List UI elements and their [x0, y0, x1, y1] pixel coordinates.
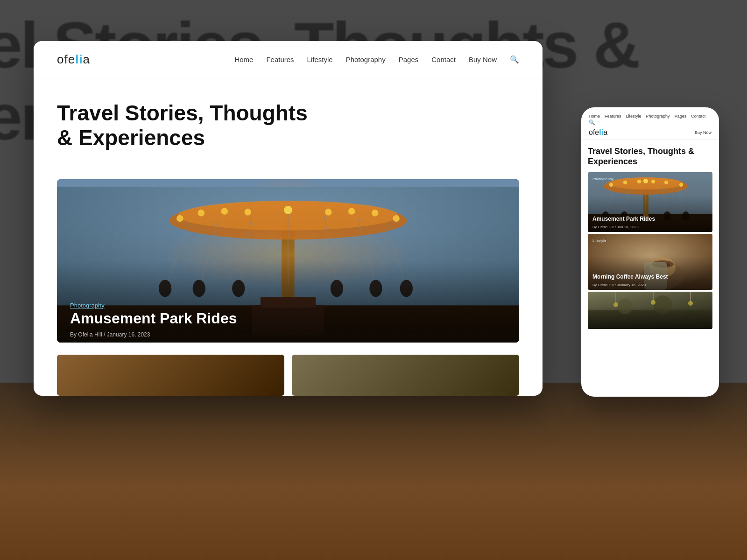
- desktop-logo[interactable]: ofelia: [57, 52, 90, 67]
- mobile-card-2[interactable]: Lifestyle Morning Coffee Always Best By …: [588, 234, 712, 290]
- hero-post-title: Amusement Park Rides: [70, 309, 237, 327]
- nav-link-photography[interactable]: Photography: [346, 56, 386, 63]
- mobile-nav-top: Home Features Lifestyle Photography Page…: [589, 114, 712, 126]
- mobile-card-1-meta: By Ofelia Hill / Jan 16, 2023: [592, 225, 639, 229]
- bottom-card-2: [292, 355, 519, 396]
- mobile-card-1-overlay: [588, 172, 712, 232]
- search-icon[interactable]: 🔍: [510, 56, 519, 63]
- desktop-content: Travel Stories, Thoughts & Experiences: [34, 78, 543, 179]
- mobile-card-1-category: Photography: [592, 177, 613, 181]
- mobile-nav-home[interactable]: Home: [589, 114, 600, 119]
- nav-link-home[interactable]: Home: [234, 56, 253, 63]
- mobile-site-title: Travel Stories, Thoughts & Experiences: [588, 147, 712, 167]
- mobile-card-1[interactable]: Photography Amusement Park Rides By Ofel…: [588, 172, 712, 232]
- mobile-mockup: Home Features Lifestyle Photography Page…: [581, 107, 719, 397]
- mobile-nav-links: Home Features Lifestyle Photography Page…: [589, 114, 705, 119]
- hero-image-container: Photography Amusement Park Rides By Ofel…: [57, 179, 519, 343]
- mobile-nav-lifestyle[interactable]: Lifestyle: [626, 114, 641, 119]
- mobile-nav-pages[interactable]: Pages: [675, 114, 687, 119]
- desktop-nav: ofelia Home Features Lifestyle Photograp…: [34, 41, 543, 78]
- mobile-card-2-category: Lifestyle: [592, 238, 606, 243]
- mobile-card-2-meta: By Ofelia Hill / January 16, 2023: [592, 283, 646, 287]
- background-image-overlay: [0, 383, 747, 560]
- mobile-logo-row: ofelia Buy Now: [589, 128, 712, 137]
- mobile-card-3-overlay: [588, 292, 712, 329]
- nav-link-features[interactable]: Features: [266, 56, 294, 63]
- mobile-nav: Home Features Lifestyle Photography Page…: [581, 107, 719, 140]
- desktop-mockup: ofelia Home Features Lifestyle Photograp…: [34, 41, 543, 396]
- mobile-content: Travel Stories, Thoughts & Experiences: [581, 140, 719, 329]
- mobile-card-2-overlay: [588, 234, 712, 290]
- mobile-nav-photography[interactable]: Photography: [646, 114, 670, 119]
- mobile-logo[interactable]: ofelia: [589, 128, 607, 137]
- mobile-card-2-title: Morning Coffee Always Best: [592, 273, 708, 281]
- mobile-search-icon[interactable]: 🔍: [589, 119, 595, 126]
- mobile-buy-now[interactable]: Buy Now: [695, 130, 712, 135]
- hero-category[interactable]: Photography: [70, 302, 105, 309]
- mobile-nav-features[interactable]: Features: [605, 114, 621, 119]
- nav-link-contact[interactable]: Contact: [431, 56, 456, 63]
- desktop-bottom-cards: [57, 355, 519, 396]
- nav-link-pages[interactable]: Pages: [399, 56, 419, 63]
- mobile-nav-contact[interactable]: Contact: [691, 114, 705, 119]
- hero-meta: By Ofelia Hill / January 16, 2023: [70, 331, 150, 338]
- desktop-nav-links: Home Features Lifestyle Photography Page…: [234, 55, 519, 64]
- mobile-card-1-title: Amusement Park Rides: [592, 216, 708, 223]
- bottom-card-1: [57, 355, 284, 396]
- desktop-site-title: Travel Stories, Thoughts & Experiences: [57, 101, 309, 150]
- nav-link-lifestyle[interactable]: Lifestyle: [307, 56, 333, 63]
- mobile-card-3[interactable]: [588, 292, 712, 329]
- nav-link-buy-now[interactable]: Buy Now: [469, 56, 497, 63]
